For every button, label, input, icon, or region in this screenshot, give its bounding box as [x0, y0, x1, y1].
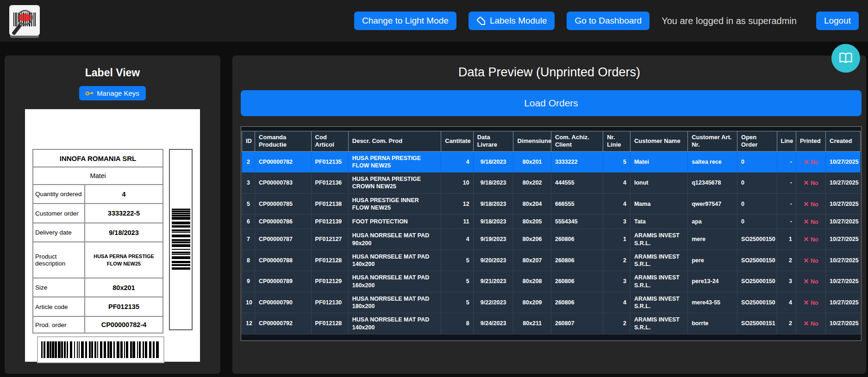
order-cell[interactable]: 1 [777, 229, 796, 250]
order-cell[interactable]: 10/27/2025 [826, 229, 861, 250]
order-cell[interactable]: 80x201 [513, 151, 551, 173]
order-cell[interactable]: 2 [777, 250, 796, 271]
order-cell[interactable]: CP00000788 [255, 250, 312, 271]
order-cell[interactable]: 260806 [551, 271, 603, 292]
order-cell[interactable]: Mama [630, 193, 687, 215]
order-cell[interactable]: HUSA NORRSELE MAT PAD 90x200 [348, 229, 441, 250]
load-orders-button[interactable]: Load Orders [241, 90, 862, 116]
order-cell[interactable]: 9/18/2023 [473, 193, 513, 215]
order-cell[interactable]: SO25000150 [737, 229, 777, 250]
order-cell[interactable]: 10/27/2025 [826, 151, 861, 173]
order-cell[interactable]: apa [688, 215, 737, 229]
order-cell[interactable]: 3333222 [551, 151, 603, 173]
order-cell[interactable]: 4 [603, 193, 631, 215]
labels-module-button[interactable]: Labels Module [468, 12, 555, 30]
order-cell[interactable]: PF012129 [311, 271, 348, 292]
order-cell[interactable]: ✕ No [796, 313, 825, 334]
order-cell[interactable]: 7 [242, 229, 255, 250]
order-cell[interactable]: ✕ No [796, 292, 825, 313]
order-cell[interactable]: 10/27/2025 [826, 313, 861, 334]
order-cell[interactable]: - [777, 173, 796, 194]
order-cell[interactable]: 6 [242, 215, 255, 229]
order-cell[interactable]: HUSA PRESTIGE INNER FLOW NEW25 [348, 193, 441, 215]
order-cell[interactable]: 4 [603, 292, 631, 313]
order-cell[interactable]: Ionut [630, 173, 687, 194]
order-cell[interactable]: CP00000792 [255, 313, 312, 334]
order-cell[interactable]: mere43-55 [688, 292, 737, 313]
order-cell[interactable]: 4 [777, 292, 796, 313]
order-cell[interactable]: 9/18/2023 [473, 151, 513, 173]
order-cell[interactable]: 80x204 [513, 193, 551, 215]
order-cell[interactable]: CP00000786 [255, 215, 312, 229]
light-mode-button[interactable]: Change to Light Mode [354, 12, 456, 30]
order-row[interactable]: 5CP00000785PF012138HUSA PRESTIGE INNER F… [242, 193, 861, 215]
order-cell[interactable]: pere13-24 [688, 271, 737, 292]
order-cell[interactable]: Matei [630, 151, 687, 173]
logout-button[interactable]: Logout [816, 12, 859, 30]
order-cell[interactable]: 8 [242, 250, 255, 271]
order-cell[interactable]: 5 [441, 292, 473, 313]
order-cell[interactable]: qwer97547 [688, 193, 737, 215]
order-cell[interactable]: 80x206 [513, 229, 551, 250]
order-cell[interactable]: ✕ No [796, 193, 825, 215]
order-cell[interactable]: ✕ No [796, 173, 825, 194]
order-cell[interactable]: HUSA NORRSELE MAT PAD 140x200 [348, 250, 441, 271]
order-cell[interactable]: 10/27/2025 [826, 250, 861, 271]
order-row[interactable]: 12CP00000792PF012128HUSA NORRSELE MAT PA… [242, 313, 861, 334]
order-cell[interactable]: 10/27/2025 [826, 193, 861, 215]
order-cell[interactable]: - [777, 151, 796, 173]
order-cell[interactable]: ARAMIS INVEST S.R.L. [630, 229, 687, 250]
manage-keys-button[interactable]: Manage Keys [79, 86, 146, 100]
order-cell[interactable]: 5 [603, 151, 631, 173]
order-cell[interactable]: CP00000789 [255, 271, 312, 292]
order-cell[interactable]: Tata [630, 215, 687, 229]
order-cell[interactable]: 444555 [551, 173, 603, 194]
order-cell[interactable]: mere [688, 229, 737, 250]
order-cell[interactable]: PF012127 [311, 229, 348, 250]
order-cell[interactable]: 9/18/2023 [473, 173, 513, 194]
order-cell[interactable]: 80x205 [513, 215, 551, 229]
order-cell[interactable]: CP00000787 [255, 229, 312, 250]
order-cell[interactable]: PF012128 [311, 313, 348, 334]
order-cell[interactable]: HUSA PERNA PRESTIGE CROWN NEW25 [348, 173, 441, 194]
order-cell[interactable]: SO25000150 [737, 292, 777, 313]
order-cell[interactable]: 3 [603, 271, 631, 292]
order-cell[interactable]: PF012138 [311, 193, 348, 215]
order-cell[interactable]: 9 [242, 271, 255, 292]
order-cell[interactable]: 9/20/2023 [473, 250, 513, 271]
order-cell[interactable]: CP00000782 [255, 151, 312, 173]
order-cell[interactable]: 10/27/2025 [826, 173, 861, 194]
order-cell[interactable]: - [777, 215, 796, 229]
order-cell[interactable]: borrte [688, 313, 737, 334]
order-cell[interactable]: HUSA PERNA PRESTIGE FLOW NEW25 [348, 151, 441, 173]
order-cell[interactable]: 9/22/2023 [473, 292, 513, 313]
order-cell[interactable]: CP00000790 [255, 292, 312, 313]
dashboard-button[interactable]: Go to Dashboard [567, 12, 649, 30]
order-cell[interactable]: 80x202 [513, 173, 551, 194]
order-cell[interactable]: 3 [242, 173, 255, 194]
order-cell[interactable]: HUSA NORRSELE MAT PAD 180x200 [348, 292, 441, 313]
order-cell[interactable]: SO25000151 [737, 313, 777, 334]
order-cell[interactable]: 9/24/2023 [473, 313, 513, 334]
order-cell[interactable]: FOOT PROTECTION [348, 215, 441, 229]
order-cell[interactable]: 5 [441, 271, 473, 292]
order-cell[interactable]: 80x209 [513, 292, 551, 313]
order-cell[interactable]: 260806 [551, 250, 603, 271]
order-cell[interactable]: 10 [441, 173, 473, 194]
docs-floating-button[interactable] [831, 44, 860, 73]
order-cell[interactable]: PF012136 [311, 173, 348, 194]
order-cell[interactable]: 0 [737, 215, 777, 229]
order-row[interactable]: 3CP00000783PF012136HUSA PERNA PRESTIGE C… [242, 173, 861, 194]
order-cell[interactable]: 2 [777, 313, 796, 334]
order-row[interactable]: 7CP00000787PF012127HUSA NORRSELE MAT PAD… [242, 229, 861, 250]
order-cell[interactable]: ✕ No [796, 250, 825, 271]
order-cell[interactable]: - [777, 193, 796, 215]
order-cell[interactable]: q12345678 [688, 173, 737, 194]
order-cell[interactable]: CP00000785 [255, 193, 312, 215]
order-cell[interactable]: 260807 [551, 313, 603, 334]
order-cell[interactable]: saltea rece [688, 151, 737, 173]
order-cell[interactable]: 12 [242, 313, 255, 334]
order-cell[interactable]: 9/21/2023 [473, 271, 513, 292]
order-cell[interactable]: 9/18/2023 [473, 215, 513, 229]
order-cell[interactable]: ARAMIS INVEST S.R.L. [630, 271, 687, 292]
